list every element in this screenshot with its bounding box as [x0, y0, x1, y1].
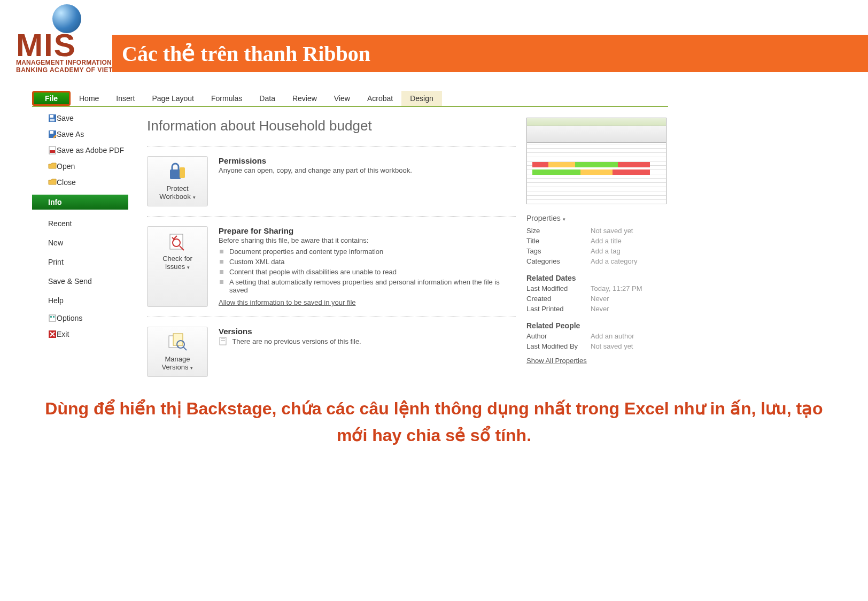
versions-heading: Versions: [219, 327, 516, 336]
backstage-sidebar: Save Save As Save as Adobe PDF Open Clos…: [32, 107, 128, 387]
sidebar-label: Save: [57, 114, 74, 122]
sidebar-item-recent[interactable]: Recent: [32, 214, 128, 233]
svg-rect-11: [50, 316, 52, 318]
tab-review[interactable]: Review: [284, 91, 326, 106]
button-label: Manage Versions: [162, 355, 190, 371]
svg-rect-12: [53, 316, 55, 318]
sidebar-item-info[interactable]: Info: [32, 195, 128, 210]
sidebar-item-save-pdf[interactable]: Save as Adobe PDF: [32, 142, 128, 158]
share-bullet: A setting that automatically removes pro…: [219, 277, 516, 295]
svg-rect-1: [50, 115, 53, 118]
share-bullet: Document properties and content type inf…: [219, 246, 516, 257]
sidebar-item-print[interactable]: Print: [32, 252, 128, 272]
show-all-properties-link[interactable]: Show All Properties: [526, 357, 587, 365]
permissions-text: Anyone can open, copy, and change any pa…: [219, 166, 516, 174]
sidebar-item-save[interactable]: Save: [32, 110, 128, 126]
share-bullet: Custom XML data: [219, 257, 516, 267]
folder-close-icon: [48, 178, 57, 187]
manage-versions-button[interactable]: Manage Versions▾: [147, 327, 208, 377]
check-issues-button[interactable]: Check for Issues▾: [147, 226, 208, 307]
prop-row: TitleAdd a title: [526, 237, 668, 245]
versions-text: There are no previous versions of this f…: [232, 337, 361, 345]
share-text: Before sharing this file, be aware that …: [219, 236, 516, 244]
people-row: Last Modified ByNot saved yet: [526, 342, 668, 350]
svg-marker-9: [49, 179, 56, 184]
sidebar-label: Options: [57, 314, 82, 322]
tab-view[interactable]: View: [326, 91, 359, 106]
backstage-main: Information about Household budget Prote…: [128, 107, 526, 387]
sidebar-label: Save As: [57, 130, 84, 138]
svg-rect-22: [221, 338, 225, 339]
people-row: AuthorAdd an author: [526, 332, 668, 340]
prop-row: TagsAdd a tag: [526, 247, 668, 255]
versions-icon: [167, 333, 188, 352]
lock-icon: [167, 162, 188, 181]
sidebar-item-new[interactable]: New: [32, 233, 128, 252]
tab-page-layout[interactable]: Page Layout: [143, 91, 203, 106]
prop-row: SizeNot saved yet: [526, 227, 668, 235]
check-icon: [167, 232, 188, 251]
info-title: Information about Household budget: [147, 118, 516, 134]
date-row: CreatedNever: [526, 295, 668, 303]
share-bullet: Content that people with disabilities ar…: [219, 267, 516, 277]
properties-heading[interactable]: Properties: [526, 214, 561, 222]
sidebar-item-exit[interactable]: Exit: [32, 326, 128, 342]
sidebar-item-open[interactable]: Open: [32, 158, 128, 174]
workbook-thumbnail: [526, 118, 666, 204]
save-as-icon: [48, 130, 57, 138]
chevron-down-icon: ▾: [563, 217, 565, 222]
prop-row: CategoriesAdd a category: [526, 257, 668, 265]
chevron-down-icon: ▾: [193, 195, 196, 200]
svg-rect-10: [49, 315, 56, 321]
button-label: Protect Workbook: [159, 184, 190, 201]
tab-data[interactable]: Data: [251, 91, 284, 106]
tab-formulas[interactable]: Formulas: [203, 91, 251, 106]
svg-rect-14: [170, 169, 181, 179]
save-icon: [48, 114, 57, 122]
sidebar-label: Save as Adobe PDF: [57, 146, 124, 155]
share-heading: Prepare for Sharing: [219, 226, 516, 235]
document-icon: [219, 337, 227, 345]
properties-panel: Properties ▾ SizeNot saved yet TitleAdd …: [526, 107, 668, 387]
tab-home[interactable]: Home: [71, 91, 107, 106]
sidebar-item-save-as[interactable]: Save As: [32, 126, 128, 142]
related-dates-heading: Related Dates: [526, 274, 668, 282]
slide-title: Các thẻ trên thanh Ribbon: [122, 41, 370, 66]
svg-marker-8: [49, 163, 56, 168]
sidebar-label: Close: [57, 178, 76, 187]
folder-open-icon: [48, 162, 57, 171]
svg-rect-7: [50, 150, 55, 153]
tab-insert[interactable]: Insert: [107, 91, 143, 106]
allow-save-link[interactable]: Allow this information to be saved in yo…: [219, 298, 356, 306]
svg-rect-19: [173, 334, 183, 345]
svg-rect-4: [50, 131, 53, 134]
exit-icon: [48, 330, 57, 338]
svg-rect-23: [221, 340, 225, 341]
date-row: Last ModifiedToday, 11:27 PM: [526, 284, 668, 292]
logo-sub2: BANKING ACADEMY OF VIETNAM: [16, 66, 128, 74]
slide-title-bar: Các thẻ trên thanh Ribbon: [112, 35, 868, 72]
options-icon: [48, 314, 57, 322]
permissions-heading: Permissions: [219, 156, 516, 165]
svg-rect-15: [180, 167, 185, 178]
svg-rect-2: [50, 119, 55, 121]
excel-backstage-screenshot: File Home Insert Page Layout Formulas Da…: [32, 91, 668, 385]
logo-text: MIS: [16, 27, 76, 64]
slide-description: Dùng để hiển thị Backstage, chứa các câu…: [0, 396, 868, 449]
protect-workbook-button[interactable]: Protect Workbook▾: [147, 156, 208, 206]
sidebar-item-options[interactable]: Options: [32, 310, 128, 326]
sidebar-label: Exit: [57, 330, 69, 338]
date-row: Last PrintedNever: [526, 305, 668, 313]
pdf-icon: [48, 146, 57, 155]
chevron-down-icon: ▾: [190, 365, 193, 371]
sidebar-item-help[interactable]: Help: [32, 291, 128, 310]
chevron-down-icon: ▾: [187, 265, 190, 270]
sidebar-item-save-send[interactable]: Save & Send: [32, 272, 128, 291]
sidebar-item-close[interactable]: Close: [32, 174, 128, 190]
file-tab[interactable]: File: [32, 91, 71, 106]
related-people-heading: Related People: [526, 321, 668, 330]
sidebar-label: Open: [57, 162, 75, 171]
tab-design[interactable]: Design: [401, 91, 442, 106]
tab-acrobat[interactable]: Acrobat: [359, 91, 401, 106]
